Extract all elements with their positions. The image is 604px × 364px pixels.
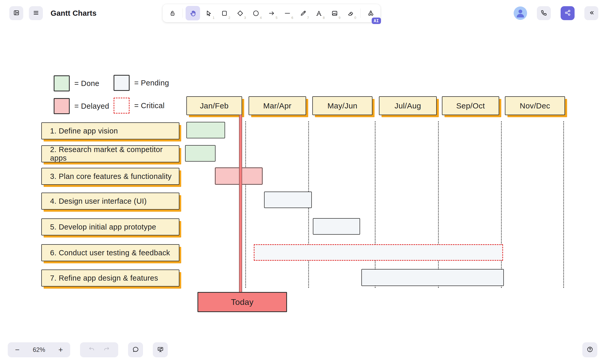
task-bar-delayed[interactable] — [215, 168, 263, 185]
task-label[interactable]: 7. Refine app design & features — [41, 270, 179, 287]
text-icon — [315, 10, 322, 17]
task-label[interactable]: 3. Plan core features & functionality — [41, 168, 179, 185]
toolbar-divider — [182, 9, 183, 18]
image-icon — [331, 10, 338, 17]
today-label: Today — [231, 297, 253, 307]
month-header[interactable]: May/Jun — [312, 96, 372, 115]
whiteboard-app: Jan/FebMar/AprMay/JunJul/AugSep/OctNov/D… — [0, 0, 604, 364]
month-label: Jul/Aug — [395, 101, 421, 110]
tool-line[interactable]: 6 — [280, 6, 295, 20]
avatar[interactable] — [514, 6, 527, 20]
month-label: Sep/Oct — [456, 101, 485, 110]
month-label: May/Jun — [327, 101, 357, 110]
month-gridline — [501, 121, 502, 288]
legend-swatch-pending[interactable] — [114, 75, 130, 91]
legend-label: = Delayed — [74, 102, 109, 110]
legend-swatch-critical[interactable] — [114, 98, 130, 114]
tool-arrow[interactable]: 5 — [264, 6, 279, 20]
tool-rectangle[interactable]: 2 — [217, 6, 232, 20]
month-header[interactable]: Mar/Apr — [249, 96, 306, 115]
tool-shortcut: 2 — [228, 16, 230, 20]
month-label: Mar/Apr — [263, 101, 292, 110]
tool-text[interactable]: 8 — [312, 6, 326, 20]
tool-shapes[interactable]: AI — [363, 6, 378, 20]
collapse-panel-button[interactable] — [584, 6, 598, 20]
rectangle-icon — [221, 10, 228, 17]
tool-draw[interactable]: 7 — [296, 6, 310, 20]
month-header[interactable]: Nov/Dec — [505, 96, 565, 115]
task-label-text: 4. Design user interface (UI) — [50, 197, 147, 205]
legend-label: = Critical — [134, 101, 165, 110]
line-icon — [284, 10, 291, 17]
toolbar-divider — [360, 9, 361, 18]
task-label[interactable]: 2. Research market & competitor apps — [41, 145, 179, 162]
task-label-text: 3. Plan core features & functionality — [50, 172, 172, 181]
main-menu-button[interactable] — [29, 6, 43, 20]
tool-image[interactable]: 9 — [327, 6, 342, 20]
diamond-icon — [237, 10, 244, 17]
month-header[interactable]: Sep/Oct — [442, 96, 499, 115]
task-bar-pending[interactable] — [264, 192, 312, 208]
tool-hand[interactable] — [186, 6, 200, 20]
page-title: Gantt Charts — [51, 9, 97, 18]
legend-label: = Done — [74, 79, 99, 88]
task-label[interactable]: 6. Conduct user testing & feedback — [41, 244, 179, 261]
month-label: Nov/Dec — [520, 101, 550, 110]
task-label[interactable]: 4. Design user interface (UI) — [41, 193, 179, 210]
ai-badge: AI — [372, 18, 381, 24]
zoom-level[interactable]: 62% — [33, 346, 45, 353]
history-control — [80, 342, 118, 357]
month-header[interactable]: Jul/Aug — [379, 96, 437, 115]
presentation-button[interactable] — [153, 342, 168, 357]
zoom-in-button[interactable]: + — [56, 346, 65, 354]
task-label[interactable]: 5. Develop initial app prototype — [41, 218, 179, 235]
tool-shortcut: 9 — [339, 16, 340, 20]
bottom-left-bar: − 62% + — [8, 342, 168, 357]
zoom-control: − 62% + — [8, 342, 70, 357]
person-icon — [515, 7, 526, 19]
share-button[interactable] — [561, 6, 575, 20]
task-bar-pending[interactable] — [313, 218, 360, 235]
call-button[interactable] — [537, 6, 551, 20]
hamburger-icon — [33, 9, 39, 17]
month-header[interactable]: Jan/Feb — [186, 96, 242, 115]
undo-icon[interactable] — [88, 346, 95, 354]
task-bar-done[interactable] — [185, 145, 216, 162]
selection-icon — [205, 10, 212, 17]
legend-swatch-delayed[interactable] — [54, 98, 70, 114]
presentation-board-icon — [157, 346, 164, 354]
chat-bubble-icon — [132, 346, 139, 354]
month-gridline — [245, 121, 246, 288]
help-button[interactable] — [582, 342, 597, 357]
task-label-text: 5. Develop initial app prototype — [50, 223, 156, 231]
eraser-icon — [347, 10, 354, 17]
sidebar-panel-icon — [13, 9, 20, 17]
redo-icon[interactable] — [103, 346, 110, 354]
tool-diamond[interactable]: 3 — [233, 6, 247, 20]
sidebar-toggle-button[interactable] — [9, 6, 23, 20]
month-gridline — [563, 121, 564, 288]
zoom-out-button[interactable]: − — [13, 346, 22, 354]
legend-swatch-done[interactable] — [54, 75, 70, 91]
task-bar-done[interactable] — [186, 122, 225, 138]
tool-ellipse[interactable]: 4 — [249, 6, 263, 20]
month-label: Jan/Feb — [200, 101, 228, 110]
task-bar-pending[interactable] — [361, 269, 504, 286]
tool-shortcut: 6 — [291, 16, 293, 20]
tool-shortcut: 3 — [244, 16, 246, 20]
tool-lock[interactable] — [165, 6, 180, 20]
today-marker[interactable]: Today — [197, 292, 287, 312]
task-label[interactable]: 1. Define app vision — [41, 122, 179, 139]
hand-icon — [189, 10, 196, 17]
canvas[interactable]: Jan/FebMar/AprMay/JunJul/AugSep/OctNov/D… — [0, 0, 604, 364]
tool-selection[interactable]: 1 — [201, 6, 216, 20]
month-gridline — [375, 121, 376, 288]
tool-island: 1234567890AI — [163, 4, 380, 22]
comments-button[interactable] — [128, 342, 143, 357]
tool-shortcut: 1 — [213, 16, 214, 20]
task-label-text: 7. Refine app design & features — [50, 274, 158, 282]
today-line[interactable] — [239, 115, 242, 292]
task-bar-critical[interactable] — [254, 244, 503, 261]
ellipse-icon — [252, 10, 259, 17]
tool-eraser[interactable]: 0 — [343, 6, 357, 20]
